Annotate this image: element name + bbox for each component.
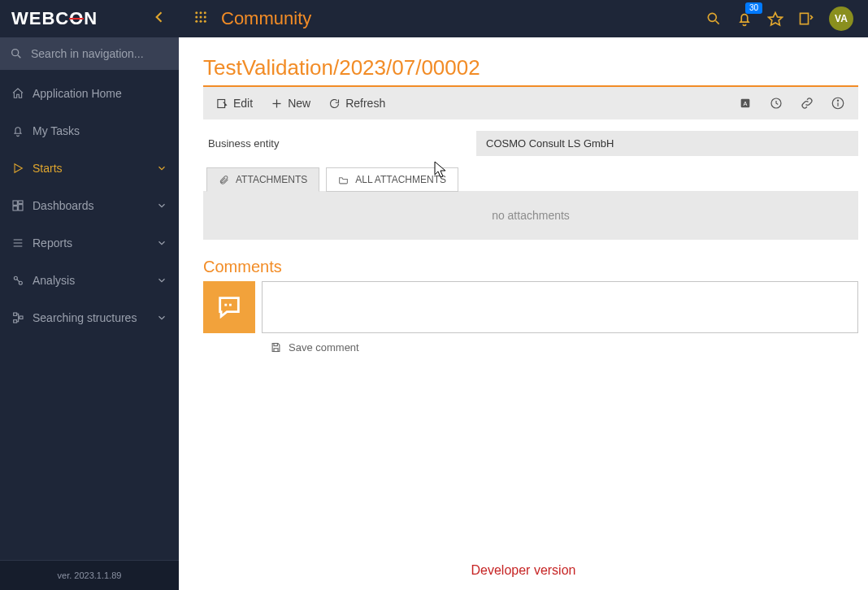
svg-rect-13	[14, 313, 17, 315]
paperclip-icon	[219, 175, 229, 185]
folder-open-icon	[338, 175, 349, 185]
app-title: Community	[221, 8, 311, 29]
edit-label: Edit	[233, 97, 253, 110]
chevron-down-icon	[156, 275, 167, 286]
mass-actions-icon[interactable]	[798, 11, 814, 27]
chevron-down-icon	[156, 163, 167, 174]
svg-rect-40	[274, 344, 277, 346]
svg-point-23	[200, 20, 202, 23]
search-icon	[10, 47, 23, 60]
svg-point-0	[12, 50, 19, 56]
svg-text:A: A	[744, 100, 748, 107]
admin-mode-icon[interactable]: A	[738, 96, 753, 111]
global-search-icon[interactable]	[705, 11, 722, 27]
link-icon[interactable]	[800, 96, 814, 111]
nav-label: Searching structures	[33, 311, 137, 324]
topbar: Community 30 VA	[179, 0, 868, 37]
refresh-icon	[328, 98, 341, 110]
nav-analysis[interactable]: Analysis	[0, 262, 179, 299]
svg-point-21	[204, 16, 206, 19]
svg-point-22	[195, 20, 197, 23]
svg-line-1	[18, 55, 20, 58]
analysis-icon	[11, 274, 24, 287]
history-icon[interactable]	[769, 96, 783, 111]
action-bar: Edit New Refresh A	[203, 87, 858, 119]
user-avatar[interactable]: VA	[829, 7, 853, 31]
refresh-label: Refresh	[345, 97, 385, 110]
tab-attachments-label: ATTACHMENTS	[236, 174, 307, 185]
favorites-icon[interactable]	[767, 11, 783, 27]
nav-starts[interactable]: Starts	[0, 150, 179, 187]
tree-icon	[11, 311, 24, 324]
nav-reports[interactable]: Reports	[0, 224, 179, 262]
chevron-down-icon	[156, 200, 167, 211]
svg-point-16	[195, 11, 197, 14]
nav-label: Application Home	[33, 87, 122, 100]
chevron-down-icon	[156, 312, 167, 323]
nav-application-home[interactable]: Application Home	[0, 75, 179, 112]
nav-search-input[interactable]	[29, 46, 175, 61]
business-entity-value: COSMO Consult LS GmbH	[476, 131, 858, 156]
app-launcher-icon[interactable]	[193, 10, 208, 28]
tab-all-attachments-label: ALL ATTACHMENTS	[355, 174, 446, 185]
tab-all-attachments[interactable]: ALL ATTACHMENTS	[326, 167, 458, 192]
nav-dashboards[interactable]: Dashboards	[0, 187, 179, 224]
svg-rect-14	[14, 320, 17, 323]
nav-label: Reports	[33, 236, 72, 249]
save-comment-label: Save comment	[289, 341, 359, 354]
svg-marker-2	[15, 164, 22, 173]
new-button[interactable]: New	[271, 97, 310, 110]
play-icon	[11, 162, 24, 175]
tab-attachments[interactable]: ATTACHMENTS	[206, 167, 319, 192]
logo-row: WEBCON	[0, 0, 179, 37]
chevron-down-icon	[156, 237, 167, 249]
svg-point-18	[204, 11, 206, 14]
info-icon[interactable]	[831, 96, 845, 111]
version-label: ver. 2023.1.1.89	[0, 560, 179, 590]
refresh-button[interactable]: Refresh	[328, 97, 385, 110]
brand-logo: WEBCON	[11, 8, 98, 29]
dashboard-icon	[11, 199, 24, 212]
svg-line-12	[17, 280, 20, 282]
comment-avatar-icon	[203, 281, 255, 333]
footer-text: Developer version	[471, 563, 576, 578]
plus-icon	[271, 98, 283, 110]
comment-input[interactable]	[262, 281, 858, 333]
svg-point-25	[708, 13, 716, 21]
svg-point-20	[200, 16, 202, 19]
no-attachments-text: no attachments	[492, 209, 570, 222]
reports-icon	[11, 236, 24, 249]
nav-my-tasks[interactable]: My Tasks	[0, 112, 179, 150]
nav-search[interactable]	[0, 37, 179, 70]
attachment-tabs: ATTACHMENTS ALL ATTACHMENTS	[206, 167, 858, 192]
nav-label: Dashboards	[33, 199, 94, 212]
sidebar: WEBCON Application Home My Tasks Starts	[0, 0, 179, 590]
edit-button[interactable]: Edit	[216, 97, 253, 110]
save-comment-button[interactable]: Save comment	[270, 341, 858, 354]
svg-point-37	[837, 100, 838, 101]
svg-rect-6	[13, 206, 17, 210]
svg-rect-4	[19, 201, 23, 203]
edit-icon	[216, 98, 228, 110]
svg-marker-27	[769, 13, 783, 25]
save-icon	[270, 341, 282, 354]
svg-point-17	[200, 11, 202, 14]
bell-icon	[11, 124, 24, 137]
business-entity-label: Business entity	[208, 137, 476, 150]
svg-point-19	[195, 16, 197, 19]
attachments-panel: no attachments	[203, 191, 858, 240]
svg-rect-5	[19, 205, 23, 210]
notifications-icon[interactable]: 30	[736, 11, 753, 27]
business-entity-row: Business entity COSMO Consult LS GmbH	[208, 131, 858, 156]
collapse-sidebar-icon[interactable]	[151, 9, 167, 29]
nav-searching-structures[interactable]: Searching structures	[0, 299, 179, 336]
footer-bar: Developer version	[179, 551, 868, 590]
svg-point-24	[204, 20, 206, 23]
svg-rect-29	[218, 99, 225, 107]
svg-rect-15	[20, 316, 23, 319]
nav-label: Starts	[33, 162, 63, 175]
comment-row	[203, 281, 858, 333]
nav-label: Analysis	[33, 274, 75, 287]
nav-label: My Tasks	[33, 124, 80, 137]
document-title: TestValidation/2023/07/00002	[203, 55, 858, 80]
